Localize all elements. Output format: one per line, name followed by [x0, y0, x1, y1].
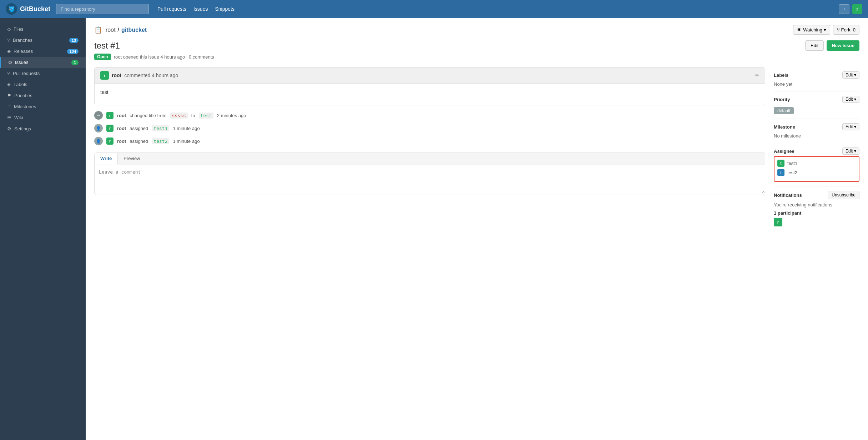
sidebar-item-pull-requests[interactable]: ⑂ Pull requests	[0, 68, 86, 79]
settings-icon: ⚙	[7, 126, 11, 131]
sidebar-label-milestones: Milestones	[14, 104, 36, 109]
repo-name-link[interactable]: gitbucket	[121, 27, 147, 33]
event-old-title: sssss	[170, 112, 188, 119]
tab-write[interactable]: Write	[95, 153, 118, 165]
sidebar-item-branches[interactable]: ⑂ Branches 13	[0, 35, 86, 46]
milestone-value: No milestone	[774, 133, 859, 139]
user-avatar[interactable]: r	[852, 4, 862, 14]
brand: 🪣 GitBucket	[6, 3, 50, 15]
sidebar-item-milestones[interactable]: ⊤ Milestones	[0, 101, 86, 112]
sidebar-label-pull-requests: Pull requests	[13, 71, 40, 76]
issues-link[interactable]: Issues	[193, 6, 208, 12]
event-assignee-1: test1	[152, 125, 169, 131]
assignee-title: Assignee	[774, 149, 794, 154]
labels-title: Labels	[774, 72, 788, 78]
write-area: Write Preview	[94, 152, 765, 195]
repo-icon: 📋	[94, 26, 102, 34]
labels-value: None yet	[774, 81, 859, 87]
sidebar-item-labels[interactable]: ◈ Labels	[0, 79, 86, 90]
priority-badge: default	[774, 107, 794, 114]
breadcrumb-separator: /	[118, 27, 119, 33]
gitbucket-icon: 🪣	[6, 3, 17, 15]
topnav: 🪣 GitBucket Pull requests Issues Snippet…	[0, 0, 868, 18]
sidebar-label-wiki: Wiki	[14, 115, 23, 120]
watching-label: Watching ▾	[803, 27, 826, 32]
comment-author: root	[112, 72, 121, 78]
event-time-1: 1 minute ago	[173, 126, 200, 131]
notifications-section: Notifications Unsubscribe You're receivi…	[774, 186, 859, 231]
topnav-actions: + r	[839, 4, 862, 14]
content-split: r root commented 4 hours ago ✏ test ✏	[94, 67, 859, 231]
priority-edit-button[interactable]: Edit ▾	[842, 96, 859, 103]
releases-badge: 104	[67, 49, 79, 54]
labels-section: Labels Edit ▾ None yet	[774, 67, 859, 91]
pull-requests-link[interactable]: Pull requests	[157, 6, 186, 12]
event-actor-0: root	[117, 113, 126, 118]
sidebar-item-priorities[interactable]: ⚑ Priorities	[0, 90, 86, 101]
event-time-2: 1 minute ago	[173, 139, 200, 144]
assignee-name-0: test1	[787, 161, 797, 166]
sidebar-item-files[interactable]: ◇ Files	[0, 24, 86, 35]
comment-input[interactable]	[95, 165, 765, 194]
sidebar-label-settings: Settings	[14, 126, 31, 131]
milestone-section: Milestone Edit ▾ No milestone	[774, 119, 859, 143]
participants-label: 1 participant	[774, 210, 859, 216]
assignee-avatar-0: t	[777, 160, 784, 167]
issues-icon: ⊙	[8, 60, 12, 65]
comment-body: test	[95, 84, 765, 105]
write-tabs: Write Preview	[95, 153, 765, 165]
unsubscribe-button[interactable]: Unsubscribe	[828, 191, 859, 199]
labels-icon: ◈	[7, 82, 11, 87]
fork-button[interactable]: ⑂ Fork: 0	[833, 25, 859, 35]
event-time-0: 2 minutes ago	[217, 113, 246, 118]
event-title-change: ✏ r root changed title from sssss to tes…	[94, 111, 765, 120]
tab-preview[interactable]: Preview	[118, 153, 146, 165]
sidebar-label-labels: Labels	[14, 82, 27, 87]
pencil-icon[interactable]: ✏	[755, 72, 759, 78]
event-assign-2: 👤 r root assigned test2 1 minute ago	[94, 137, 765, 145]
new-issue-button[interactable]: New issue	[827, 40, 859, 51]
breadcrumb: 📋 root / gitbucket	[94, 26, 147, 34]
sidebar-item-wiki[interactable]: ☰ Wiki	[0, 112, 86, 123]
event-assigned-1: assigned	[130, 126, 148, 131]
comment-time: commented 4 hours ago	[124, 72, 178, 78]
assignee-item-1: t test2	[777, 169, 856, 176]
assignee-edit-button[interactable]: Edit ▾	[842, 148, 859, 155]
issue-title-row: test #1 Edit New issue	[94, 40, 859, 51]
fork-icon: ⑂	[837, 27, 840, 32]
watching-button[interactable]: 👁 Watching ▾	[793, 25, 830, 35]
comment-header: r root commented 4 hours ago ✏	[95, 68, 765, 84]
edit-button[interactable]: Edit	[805, 40, 824, 51]
pencil-event-icon: ✏	[94, 111, 103, 120]
sidebar-label-branches: Branches	[13, 38, 32, 43]
snippets-link[interactable]: Snippets	[215, 6, 234, 12]
branches-badge: 13	[69, 38, 79, 43]
event-list: ✏ r root changed title from sssss to tes…	[94, 111, 765, 145]
milestone-edit-button[interactable]: Edit ▾	[842, 123, 859, 130]
assign-event-icon-1: 👤	[94, 124, 103, 132]
sidebar-label-issues: Issues	[15, 60, 29, 65]
plus-button[interactable]: +	[839, 4, 849, 14]
event-actor-avatar-2: r	[106, 138, 113, 145]
event-text-0: changed title from	[130, 113, 166, 118]
sidebar-item-issues[interactable]: ⊙ Issues 1	[0, 57, 86, 68]
comment-box: r root commented 4 hours ago ✏ test	[94, 67, 765, 105]
search-input[interactable]	[56, 4, 149, 14]
assignee-avatar-1: t	[777, 169, 784, 176]
comment-avatar: r	[100, 71, 109, 80]
assignee-section: Assignee Edit ▾ t test1 t test2	[774, 143, 859, 186]
eye-icon: 👁	[797, 27, 802, 32]
sidebar-item-settings[interactable]: ⚙ Settings	[0, 123, 86, 134]
repo-header-actions: 👁 Watching ▾ ⑂ Fork: 0	[793, 25, 859, 35]
repo-owner-link[interactable]: root	[106, 27, 116, 33]
branches-icon: ⑂	[7, 38, 10, 43]
wiki-icon: ☰	[7, 115, 11, 120]
issue-meta: Open root opened this issue 4 hours ago …	[94, 54, 859, 60]
event-actor-1: root	[117, 126, 126, 131]
sidebar-item-releases[interactable]: ◈ Releases 104	[0, 46, 86, 57]
labels-edit-button[interactable]: Edit ▾	[842, 71, 859, 79]
priority-section: Priority Edit ▾ default	[774, 91, 859, 119]
event-assignee-2: test2	[152, 138, 169, 144]
issue-title-actions: Edit New issue	[805, 40, 859, 51]
notifications-description: You're receiving notifications.	[774, 202, 859, 208]
